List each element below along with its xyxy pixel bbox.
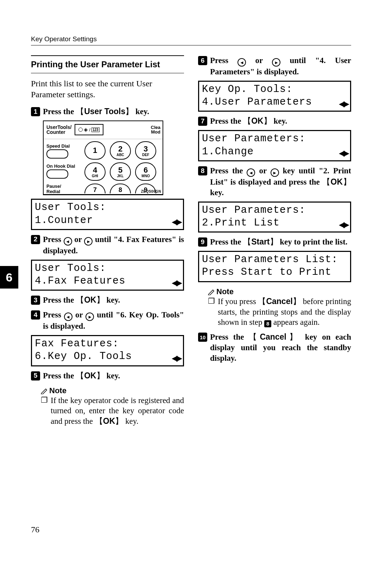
lcd-fax-features: Fax Features: 6.Key Op. Tools ◀▶ [31, 335, 184, 366]
nav-arrows-icon: ◀▶ [172, 217, 181, 227]
keypad-8[interactable]: 8 [110, 184, 131, 193]
user-tools-button[interactable]: ◈/ 123 [75, 124, 103, 135]
step-badge-9: 9 [198, 237, 207, 247]
lcd-line: 6.Key Op. Tools [35, 350, 180, 363]
left-arrow-icon: ◂ [64, 237, 72, 246]
ok-key-label: OK [76, 371, 104, 380]
step-badge-10: 10 [198, 333, 207, 342]
lcd-line: Key Op. Tools: [202, 83, 347, 96]
ok-key-label: OK [322, 177, 351, 186]
circle-icon [78, 128, 83, 132]
step-8: 8 Press the ◂ or ▸ key until "2. Print L… [198, 166, 351, 198]
chapter-tab: 6 [0, 266, 18, 289]
pencil-icon [208, 288, 215, 295]
on-hook-button[interactable] [46, 169, 68, 179]
nav-arrows-icon: ◀▶ [172, 353, 181, 363]
nav-arrows-icon: ◀▶ [339, 220, 348, 230]
step-badge-5: 5 [31, 371, 40, 380]
step-10: 10 Press the Cancel key on each display … [198, 332, 351, 364]
step-7: 7 Press the OK key. [198, 116, 351, 126]
step-3: 3 Press the OK key. [31, 295, 184, 305]
keypad-4[interactable]: 4GHI [84, 162, 106, 181]
figure-id: ZEQS06GN [141, 190, 161, 193]
column-left: Printing the User Parameter List Print t… [31, 55, 184, 427]
ok-key-label: OK [243, 116, 272, 125]
diamond-icon: ◈ [84, 126, 88, 133]
step-9: 9 Press the Start key to print the list. [198, 237, 351, 247]
note-heading: Note [208, 287, 351, 296]
step-4: 4 Press ◂ or ▸ until "6. Key Op. Tools" … [31, 310, 184, 332]
keypad-6[interactable]: 6MNO [135, 162, 156, 181]
column-right: 6 Press ◂ or ▸ until "4. User Parameters… [198, 55, 351, 427]
pencil-icon [41, 387, 48, 394]
clear-label-2: Mod [151, 129, 160, 135]
keypad-5[interactable]: 5JKL [110, 162, 131, 181]
nav-arrows-icon: ◀▶ [339, 99, 348, 109]
ut-label-2: Counter [46, 129, 65, 135]
speed-dial-button[interactable] [46, 149, 68, 159]
keypad-figure: UserTools/ Counter ◈/ 123 Clea Mod [43, 120, 163, 195]
step-badge-6: 6 [198, 56, 207, 65]
page-number: 76 [31, 525, 39, 534]
lcd-line: 1.Counter [35, 214, 180, 227]
speed-dial-label: Speed Dial [46, 143, 84, 149]
pause-label: Pause/ [46, 184, 61, 189]
lcd-line: 1.Change [202, 146, 347, 158]
keypad-2[interactable]: 2ABC [110, 141, 131, 160]
lcd-key-op-tools: Key Op. Tools: 4.User Parameters ◀▶ [198, 81, 351, 112]
user-tools-key-label: User Tools [76, 107, 133, 116]
lcd-line: Press Start to Print [202, 266, 347, 279]
cancel-key-label: Cancel [258, 297, 301, 306]
step-6: 6 Press ◂ or ▸ until "4. User Parameters… [198, 55, 351, 77]
right-arrow-icon: ▸ [84, 237, 93, 246]
section-title: Printing the User Parameter List [31, 55, 184, 73]
nav-arrows-icon: ◀▶ [339, 148, 348, 158]
lcd-user-params-change: User Parameters: 1.Change ◀▶ [198, 130, 351, 161]
bullet-icon: ❐ [208, 296, 215, 328]
step-badge-4: 4 [31, 310, 40, 320]
lcd-user-tools-counter: User Tools: 1.Counter ◀▶ [31, 199, 184, 230]
right-arrow-icon: ▸ [271, 168, 279, 177]
note-heading: Note [41, 386, 184, 395]
lcd-line: Fax Features: [35, 338, 180, 350]
step-1-text-b: key. [133, 107, 149, 116]
keypad-3[interactable]: 3DEF [135, 141, 156, 160]
step-badge-2: 2 [31, 235, 40, 244]
lcd-line: 4.Fax Features [35, 275, 180, 287]
keypad-7[interactable]: 7 [84, 184, 106, 193]
box-123-icon: 123 [91, 128, 100, 132]
note-1: ❐ If the key operator code is registered… [41, 395, 184, 427]
lcd-line: 2.Print List [202, 217, 347, 229]
lcd-line: User Parameters: [202, 204, 347, 217]
step-2: 2 Press ◂ or ▸ until "4. Fax Features" i… [31, 234, 184, 256]
lcd-line: User Tools: [35, 262, 180, 275]
step-1: 1 Press the User Tools key. [31, 106, 184, 117]
intro-text: Print this list to see the current User … [31, 78, 184, 100]
step-badge-3: 3 [31, 296, 40, 305]
redial-label: Redial [46, 189, 60, 194]
ok-key-label: OK [76, 295, 104, 304]
nav-arrows-icon: ◀▶ [172, 278, 181, 288]
cancel-key-label: Cancel [249, 332, 300, 341]
step-1-text-a: Press the [43, 107, 76, 116]
lcd-user-params-list: User Parameters List: Press Start to Pri… [198, 251, 351, 282]
start-key-label: Start [243, 237, 278, 246]
lcd-user-tools-fax: User Tools: 4.Fax Features ◀▶ [31, 260, 184, 291]
note-2: ❐ If you press Cancel before printing st… [208, 296, 351, 328]
on-hook-label: On Hook Dial [46, 163, 84, 169]
ok-key-label: OK [95, 416, 124, 426]
page-body: Key Operator Settings Printing the User … [31, 35, 351, 427]
header-rule [31, 45, 351, 45]
step-badge-7: 7 [198, 117, 207, 126]
step-ref-8: 8 [264, 320, 271, 327]
ut-label-1: UserTools/ [46, 124, 71, 130]
lcd-line: User Parameters: [202, 132, 347, 145]
left-arrow-icon: ◂ [247, 168, 255, 177]
right-arrow-icon: ▸ [272, 58, 280, 67]
left-arrow-icon: ◂ [64, 312, 72, 321]
keypad-1[interactable]: 1 [84, 141, 106, 160]
lcd-line: 4.User Parameters [202, 96, 347, 109]
step-badge-1: 1 [31, 107, 40, 116]
left-arrow-icon: ◂ [238, 58, 246, 67]
lcd-line: User Parameters List: [202, 253, 347, 266]
